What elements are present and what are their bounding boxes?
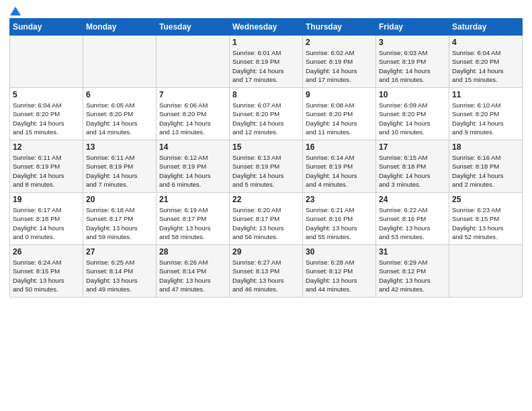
day-cell: 3Sunrise: 6:03 AM Sunset: 8:19 PM Daylig… <box>376 36 449 88</box>
header-row: SundayMondayTuesdayWednesdayThursdayFrid… <box>10 19 523 36</box>
day-cell: 11Sunrise: 6:10 AM Sunset: 8:20 PM Dayli… <box>449 88 523 140</box>
day-number: 14 <box>159 142 226 152</box>
logo-triangle-icon <box>10 7 21 15</box>
day-cell: 16Sunrise: 6:14 AM Sunset: 8:19 PM Dayli… <box>303 140 376 193</box>
day-number: 16 <box>306 142 373 152</box>
day-number: 21 <box>159 195 226 204</box>
day-cell: 1Sunrise: 6:01 AM Sunset: 8:19 PM Daylig… <box>230 36 303 88</box>
day-number: 17 <box>379 142 446 152</box>
day-cell: 28Sunrise: 6:26 AM Sunset: 8:14 PM Dayli… <box>157 245 230 298</box>
day-number: 20 <box>86 195 153 204</box>
day-cell: 13Sunrise: 6:11 AM Sunset: 8:19 PM Dayli… <box>83 140 157 193</box>
day-header-tuesday: Tuesday <box>157 19 230 36</box>
day-info: Sunrise: 6:02 AM Sunset: 8:19 PM Dayligh… <box>306 48 373 84</box>
day-cell: 4Sunrise: 6:04 AM Sunset: 8:20 PM Daylig… <box>449 36 523 88</box>
day-number: 1 <box>232 38 300 47</box>
day-cell <box>10 36 83 88</box>
day-cell: 17Sunrise: 6:15 AM Sunset: 8:18 PM Dayli… <box>376 140 449 193</box>
day-cell: 2Sunrise: 6:02 AM Sunset: 8:19 PM Daylig… <box>303 36 376 88</box>
day-info: Sunrise: 6:08 AM Sunset: 8:20 PM Dayligh… <box>306 101 373 136</box>
day-info: Sunrise: 6:21 AM Sunset: 8:16 PM Dayligh… <box>306 205 373 241</box>
day-number: 7 <box>159 90 226 99</box>
day-cell: 14Sunrise: 6:12 AM Sunset: 8:19 PM Dayli… <box>157 140 230 193</box>
day-info: Sunrise: 6:28 AM Sunset: 8:12 PM Dayligh… <box>306 258 373 293</box>
day-info: Sunrise: 6:12 AM Sunset: 8:19 PM Dayligh… <box>159 153 226 189</box>
day-cell: 29Sunrise: 6:27 AM Sunset: 8:13 PM Dayli… <box>230 245 303 298</box>
day-number: 29 <box>232 247 300 257</box>
day-cell: 21Sunrise: 6:19 AM Sunset: 8:17 PM Dayli… <box>157 193 230 245</box>
day-cell: 23Sunrise: 6:21 AM Sunset: 8:16 PM Dayli… <box>303 193 376 245</box>
day-info: Sunrise: 6:13 AM Sunset: 8:19 PM Dayligh… <box>232 153 300 189</box>
day-info: Sunrise: 6:09 AM Sunset: 8:20 PM Dayligh… <box>379 101 446 136</box>
day-info: Sunrise: 6:16 AM Sunset: 8:18 PM Dayligh… <box>452 153 519 189</box>
header <box>9 7 523 13</box>
week-row-4: 19Sunrise: 6:17 AM Sunset: 8:18 PM Dayli… <box>10 193 523 245</box>
day-cell: 9Sunrise: 6:08 AM Sunset: 8:20 PM Daylig… <box>303 88 376 140</box>
day-number: 25 <box>452 195 519 204</box>
day-info: Sunrise: 6:15 AM Sunset: 8:18 PM Dayligh… <box>379 153 446 189</box>
day-number: 27 <box>86 247 153 257</box>
page: SundayMondayTuesdayWednesdayThursdayFrid… <box>0 0 532 411</box>
day-info: Sunrise: 6:05 AM Sunset: 8:20 PM Dayligh… <box>86 101 153 136</box>
day-info: Sunrise: 6:11 AM Sunset: 8:19 PM Dayligh… <box>13 153 80 189</box>
day-cell <box>449 245 523 298</box>
day-header-friday: Friday <box>376 19 449 36</box>
day-info: Sunrise: 6:14 AM Sunset: 8:19 PM Dayligh… <box>306 153 373 189</box>
day-cell: 12Sunrise: 6:11 AM Sunset: 8:19 PM Dayli… <box>10 140 83 193</box>
day-cell: 26Sunrise: 6:24 AM Sunset: 8:15 PM Dayli… <box>10 245 83 298</box>
week-row-3: 12Sunrise: 6:11 AM Sunset: 8:19 PM Dayli… <box>10 140 523 193</box>
day-number: 28 <box>159 247 226 257</box>
day-info: Sunrise: 6:26 AM Sunset: 8:14 PM Dayligh… <box>159 258 226 293</box>
day-info: Sunrise: 6:11 AM Sunset: 8:19 PM Dayligh… <box>86 153 153 189</box>
day-number: 15 <box>232 142 300 152</box>
day-number: 8 <box>232 90 300 99</box>
day-number: 26 <box>13 247 80 257</box>
day-info: Sunrise: 6:20 AM Sunset: 8:17 PM Dayligh… <box>232 205 300 241</box>
day-cell: 31Sunrise: 6:29 AM Sunset: 8:12 PM Dayli… <box>376 245 449 298</box>
day-number: 5 <box>13 90 80 99</box>
day-info: Sunrise: 6:17 AM Sunset: 8:18 PM Dayligh… <box>13 205 80 241</box>
day-info: Sunrise: 6:01 AM Sunset: 8:19 PM Dayligh… <box>232 48 300 84</box>
day-info: Sunrise: 6:04 AM Sunset: 8:20 PM Dayligh… <box>452 48 519 84</box>
day-info: Sunrise: 6:25 AM Sunset: 8:14 PM Dayligh… <box>86 258 153 293</box>
week-row-2: 5Sunrise: 6:04 AM Sunset: 8:20 PM Daylig… <box>10 88 523 140</box>
day-number: 2 <box>306 38 373 47</box>
day-number: 4 <box>452 38 519 47</box>
day-header-saturday: Saturday <box>449 19 523 36</box>
day-cell: 20Sunrise: 6:18 AM Sunset: 8:17 PM Dayli… <box>83 193 157 245</box>
day-number: 12 <box>13 142 80 152</box>
day-header-sunday: Sunday <box>10 19 83 36</box>
day-cell: 24Sunrise: 6:22 AM Sunset: 8:16 PM Dayli… <box>376 193 449 245</box>
svg-marker-0 <box>10 7 21 15</box>
day-number: 23 <box>306 195 373 204</box>
week-row-5: 26Sunrise: 6:24 AM Sunset: 8:15 PM Dayli… <box>10 245 523 298</box>
day-cell: 18Sunrise: 6:16 AM Sunset: 8:18 PM Dayli… <box>449 140 523 193</box>
day-info: Sunrise: 6:19 AM Sunset: 8:17 PM Dayligh… <box>159 205 226 241</box>
day-number: 13 <box>86 142 153 152</box>
day-number: 24 <box>379 195 446 204</box>
day-cell: 10Sunrise: 6:09 AM Sunset: 8:20 PM Dayli… <box>376 88 449 140</box>
day-number: 30 <box>306 247 373 257</box>
day-info: Sunrise: 6:18 AM Sunset: 8:17 PM Dayligh… <box>86 205 153 241</box>
day-cell <box>83 36 157 88</box>
week-row-1: 1Sunrise: 6:01 AM Sunset: 8:19 PM Daylig… <box>10 36 523 88</box>
day-info: Sunrise: 6:10 AM Sunset: 8:20 PM Dayligh… <box>452 101 519 136</box>
day-number: 11 <box>452 90 519 99</box>
day-number: 19 <box>13 195 80 204</box>
day-cell: 27Sunrise: 6:25 AM Sunset: 8:14 PM Dayli… <box>83 245 157 298</box>
day-cell <box>157 36 230 88</box>
day-info: Sunrise: 6:23 AM Sunset: 8:15 PM Dayligh… <box>452 205 519 241</box>
day-info: Sunrise: 6:24 AM Sunset: 8:15 PM Dayligh… <box>13 258 80 293</box>
day-cell: 8Sunrise: 6:07 AM Sunset: 8:20 PM Daylig… <box>230 88 303 140</box>
day-number: 3 <box>379 38 446 47</box>
day-number: 22 <box>232 195 300 204</box>
day-info: Sunrise: 6:03 AM Sunset: 8:19 PM Dayligh… <box>379 48 446 84</box>
day-number: 18 <box>452 142 519 152</box>
day-info: Sunrise: 6:29 AM Sunset: 8:12 PM Dayligh… <box>379 258 446 293</box>
day-number: 10 <box>379 90 446 99</box>
day-number: 6 <box>86 90 153 99</box>
day-cell: 30Sunrise: 6:28 AM Sunset: 8:12 PM Dayli… <box>303 245 376 298</box>
day-cell: 22Sunrise: 6:20 AM Sunset: 8:17 PM Dayli… <box>230 193 303 245</box>
calendar-table: SundayMondayTuesdayWednesdayThursdayFrid… <box>9 18 523 298</box>
logo <box>9 7 21 13</box>
